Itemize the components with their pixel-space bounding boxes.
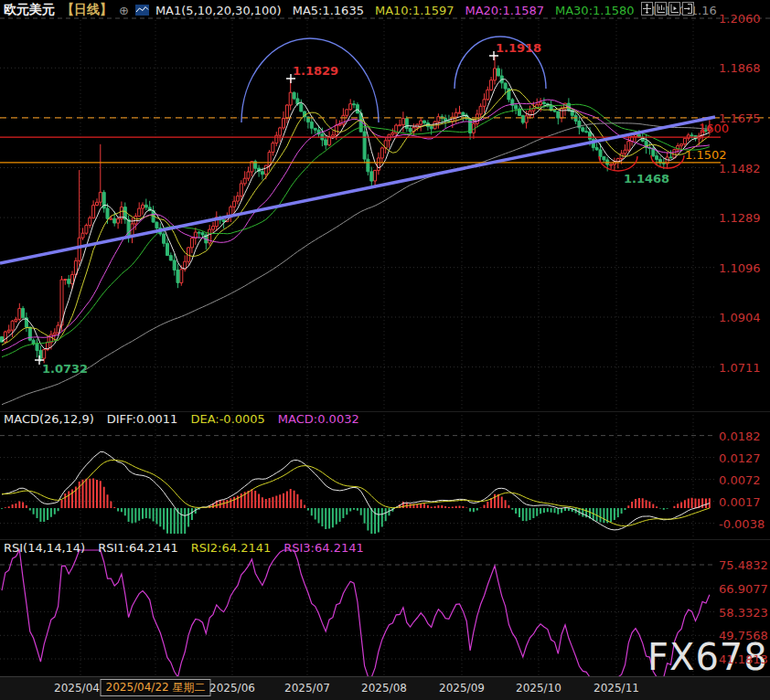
symbol-title: 欧元美元 bbox=[4, 2, 55, 18]
rsi-value: RSI1:64.2141 bbox=[98, 541, 178, 555]
chart-toolbar bbox=[641, 2, 694, 16]
ma-value: MA5:1.1635 bbox=[293, 4, 364, 17]
forex-chart-window: 欧元美元 【日线】 ⊕ MA1(5,10,20,30,100)MA5:1.163… bbox=[0, 0, 770, 700]
price-axis-label: 1.0904 bbox=[719, 311, 761, 324]
rsi-axis-label: 66.9077 bbox=[719, 581, 768, 595]
x-axis: 2025/042025/04/22 星期二2025/062025/072025/… bbox=[0, 676, 770, 700]
price-annotation: 1600 bbox=[699, 122, 729, 135]
x-axis-label: 2025/09 bbox=[439, 682, 485, 695]
exit-chart-icon[interactable] bbox=[682, 2, 694, 16]
ma-indicator-values: MA1(5,10,20,30,100)MA5:1.1635MA10:1.1597… bbox=[155, 4, 717, 17]
x-axis-label: 2025/10 bbox=[516, 682, 561, 695]
price-axis-label: 1.0711 bbox=[719, 360, 761, 374]
macd-axis-label: -0.0038 bbox=[719, 516, 765, 530]
rsi-axis-label: 58.3323 bbox=[719, 605, 768, 619]
rsi-value: RSI3:64.2141 bbox=[283, 541, 364, 555]
macd-indicator-header: MACD(26,12,9)DIFF:0.0011DEA:-0.0005MACD:… bbox=[4, 412, 359, 426]
price-axis-label: 1.1482 bbox=[719, 161, 761, 175]
ma-value: MA10:1.1597 bbox=[375, 4, 455, 17]
rsi-axis-label: 41.1813 bbox=[719, 652, 768, 666]
macd-value: DIFF:0.0011 bbox=[107, 412, 178, 426]
macd-value: MACD(26,12,9) bbox=[4, 412, 94, 426]
play-scale-icon[interactable] bbox=[668, 2, 680, 16]
price-annotation: 1.1829 bbox=[293, 64, 338, 78]
scale-axis-icon[interactable] bbox=[655, 2, 667, 16]
macd-axis-label: 0.0127 bbox=[719, 451, 761, 464]
ma-value: MA30:1.1580 bbox=[555, 4, 635, 17]
price-axis-label: 1.1096 bbox=[719, 260, 761, 274]
ma-value: MA1(5,10,20,30,100) bbox=[155, 4, 282, 17]
chart-canvas[interactable] bbox=[0, 0, 770, 700]
macd-value: MACD:0.0032 bbox=[278, 412, 359, 426]
rsi-value: RSI2:64.2141 bbox=[191, 541, 272, 555]
macd-axis-label: 0.0182 bbox=[719, 429, 761, 442]
macd-axis-label: 0.0072 bbox=[719, 472, 761, 486]
x-axis-label: 2025/06 bbox=[209, 682, 255, 695]
add-indicator-icon[interactable]: ⊕ bbox=[119, 5, 129, 16]
price-annotation: 1.0732 bbox=[42, 362, 88, 376]
rsi-axis-label: 49.7568 bbox=[719, 629, 768, 642]
rsi-value: RSI(14,14,14) bbox=[4, 541, 85, 555]
ma-value: MA20:1.1587 bbox=[465, 4, 544, 17]
macd-value: DEA:-0.0005 bbox=[190, 412, 264, 426]
rsi-indicator-header: RSI(14,14,14)RSI1:64.2141RSI2:64.2141RSI… bbox=[4, 541, 364, 555]
crosshair-date-label: 2025/04/22 星期二 bbox=[101, 679, 211, 696]
price-annotation: 1.1468 bbox=[624, 172, 669, 186]
x-axis-label: 2025/04 bbox=[54, 682, 100, 695]
period-label: 【日线】 bbox=[61, 2, 112, 18]
rsi-axis-label: 75.4832 bbox=[719, 558, 768, 572]
pan-icon[interactable] bbox=[641, 2, 653, 16]
x-axis-label: 2025/07 bbox=[284, 682, 330, 695]
price-annotation: 1.1502 bbox=[685, 148, 727, 162]
mini-chart-icon[interactable] bbox=[135, 5, 149, 16]
price-axis-label: 1.1289 bbox=[719, 211, 761, 225]
x-axis-label: 2025/11 bbox=[594, 682, 639, 695]
x-axis-label: 2025/08 bbox=[361, 682, 407, 695]
price-axis-label: 1.1868 bbox=[719, 61, 761, 75]
price-annotation: 1.1918 bbox=[496, 41, 541, 55]
macd-axis-label: 0.0017 bbox=[719, 494, 761, 508]
